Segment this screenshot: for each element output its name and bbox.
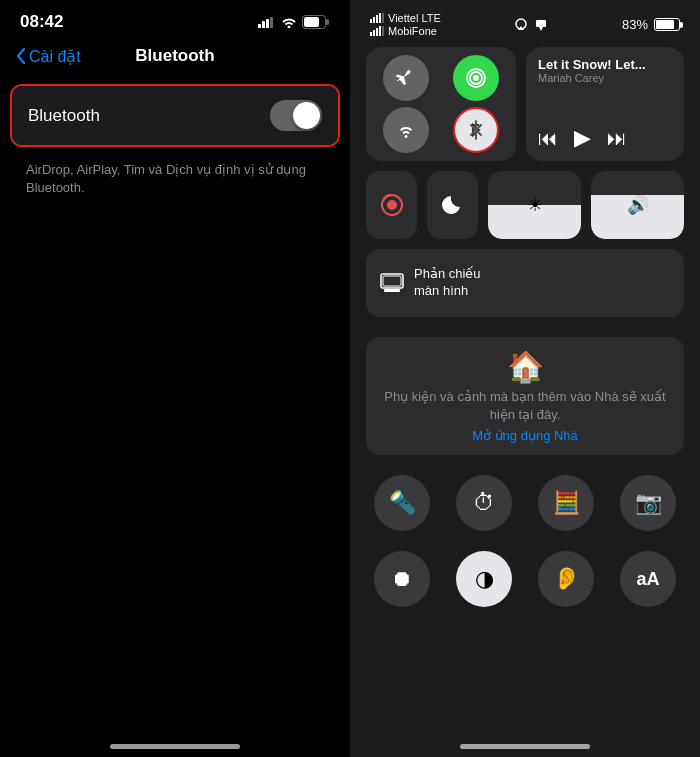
svg-rect-7 <box>370 19 372 23</box>
home-text: Phụ kiện và cảnh mà bạn thêm vào Nhà sẽ … <box>378 388 672 424</box>
brightness-icon: ☀ <box>527 194 543 216</box>
svg-rect-1 <box>262 21 265 28</box>
carrier1: Viettel LTE <box>388 12 441 24</box>
back-button[interactable]: Cài đặt <box>16 47 81 66</box>
svg-rect-8 <box>373 17 375 23</box>
signal-area: Viettel LTE MobiFone <box>370 12 441 37</box>
timer-button[interactable]: ⏱ <box>456 475 512 531</box>
battery-icon-left <box>302 15 330 29</box>
status-icons-left <box>258 15 330 29</box>
svg-point-19 <box>473 75 479 81</box>
signal-icon <box>258 16 276 28</box>
svg-rect-2 <box>266 19 269 28</box>
airplay-icon-status <box>514 18 528 32</box>
cc-bottom-row2: ⏺ ◑ 👂 aA <box>366 551 684 607</box>
svg-rect-15 <box>379 26 381 36</box>
screen-mirror-icon <box>380 273 404 293</box>
screen-record-button[interactable]: ⏺ <box>374 551 430 607</box>
status-bar-left: 08:42 <box>0 0 350 40</box>
home-section: 🏠 Phụ kiện và cảnh mà bạn thêm vào Nhà s… <box>366 337 684 455</box>
svg-point-23 <box>387 200 397 210</box>
left-panel: 08:42 Cài đặt Bluetooth <box>0 0 350 757</box>
text-size-button[interactable]: aA <box>620 551 676 607</box>
cc-row3: Phản chiếu màn hình <box>366 249 684 317</box>
rotation-lock-button[interactable] <box>366 171 417 239</box>
screen-mirror-button[interactable]: Phản chiếu màn hình <box>366 249 684 317</box>
brightness-slider[interactable]: ☀ <box>488 171 581 239</box>
screen-mirror-label: Phản chiếu màn hình <box>414 266 481 300</box>
right-status-icons <box>514 18 548 32</box>
cc-row1: Let it Snow! Let... Mariah Carey ⏮ ▶ ⏭ <box>366 47 684 161</box>
svg-rect-6 <box>326 19 329 25</box>
carrier1-row: Viettel LTE <box>370 12 441 24</box>
bluetooth-label: Bluetooth <box>28 106 100 126</box>
moon-icon <box>440 192 466 218</box>
notification-icon-status <box>534 18 548 32</box>
right-panel: Viettel LTE MobiFone <box>350 0 700 757</box>
hotspot-icon <box>465 67 487 89</box>
battery-fill <box>656 20 674 29</box>
airplane-icon <box>395 67 417 89</box>
home-icon: 🏠 <box>507 349 544 384</box>
signal-bars2-icon <box>370 26 384 36</box>
carrier2: MobiFone <box>388 25 437 37</box>
bluetooth-setting-row-container: Bluetooth <box>10 84 340 147</box>
svg-rect-3 <box>270 17 273 28</box>
connectivity-block <box>366 47 516 161</box>
bluetooth-toggle[interactable] <box>270 100 322 131</box>
svg-rect-9 <box>376 15 378 23</box>
np-controls: ⏮ ▶ ⏭ <box>538 125 672 151</box>
battery-area-right: 83% <box>622 17 680 32</box>
bluetooth-row: Bluetooth <box>12 86 338 145</box>
camera-button[interactable]: 📷 <box>620 475 676 531</box>
flashlight-button[interactable]: 🔦 <box>374 475 430 531</box>
bluetooth-cc-button[interactable] <box>453 107 499 153</box>
prev-button[interactable]: ⏮ <box>538 127 558 150</box>
status-bar-right: Viettel LTE MobiFone <box>366 0 684 43</box>
nav-bar: Cài đặt Bluetooth <box>0 40 350 76</box>
svg-rect-25 <box>383 276 401 286</box>
now-playing-info: Let it Snow! Let... Mariah Carey <box>538 57 672 90</box>
play-button[interactable]: ▶ <box>574 125 591 151</box>
carrier2-row: MobiFone <box>370 25 441 37</box>
svg-rect-13 <box>373 30 375 36</box>
airplane-mode-button[interactable] <box>383 55 429 101</box>
wifi-cc-icon <box>395 119 417 141</box>
calculator-button[interactable]: 🧮 <box>538 475 594 531</box>
rotation-lock-icon <box>378 191 406 219</box>
time: 08:42 <box>20 12 63 32</box>
hotspot-button[interactable] <box>453 55 499 101</box>
now-playing-block: Let it Snow! Let... Mariah Carey ⏮ ▶ ⏭ <box>526 47 684 161</box>
volume-icon: 🔊 <box>627 194 649 216</box>
volume-slider[interactable]: 🔊 <box>591 171 684 239</box>
svg-rect-26 <box>384 289 400 292</box>
dark-mode-button[interactable] <box>427 171 478 239</box>
svg-rect-0 <box>258 24 261 28</box>
bluetooth-cc-icon <box>465 119 487 141</box>
svg-rect-14 <box>376 28 378 36</box>
np-artist: Mariah Carey <box>538 72 672 84</box>
home-indicator-left <box>110 744 240 749</box>
control-center-content: Let it Snow! Let... Mariah Carey ⏮ ▶ ⏭ <box>366 43 684 757</box>
appearance-button[interactable]: ◑ <box>456 551 512 607</box>
chevron-left-icon <box>16 48 26 64</box>
next-button[interactable]: ⏭ <box>607 127 627 150</box>
svg-rect-18 <box>536 20 546 27</box>
back-label: Cài đặt <box>29 47 81 66</box>
signal-bars-icon <box>370 13 384 23</box>
cc-row2: ☀ 🔊 <box>366 171 684 239</box>
np-title: Let it Snow! Let... <box>538 57 672 72</box>
wifi-button[interactable] <box>383 107 429 153</box>
svg-rect-16 <box>382 26 384 36</box>
svg-rect-5 <box>304 17 319 27</box>
bluetooth-description: AirDrop, AirPlay, Tim và Dịch vụ định vị… <box>10 155 340 209</box>
wifi-icon-left <box>281 16 297 28</box>
toggle-knob <box>293 102 320 129</box>
hearing-button[interactable]: 👂 <box>538 551 594 607</box>
battery-icon-right <box>654 18 680 31</box>
svg-rect-11 <box>382 13 384 23</box>
open-home-app-link[interactable]: Mở ứng dụng Nhà <box>472 428 578 443</box>
svg-rect-12 <box>370 32 372 36</box>
svg-rect-10 <box>379 13 381 23</box>
home-indicator-right <box>460 744 590 749</box>
